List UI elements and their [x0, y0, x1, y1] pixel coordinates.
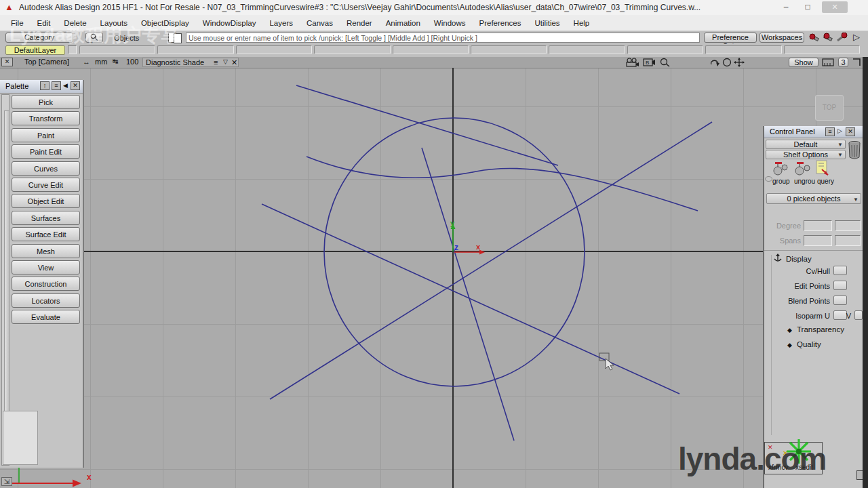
workspaces-button[interactable]: Workspaces [760, 33, 804, 43]
preference-sets-button[interactable]: Preference Sets [704, 33, 757, 43]
transparency-section[interactable]: Transparency [797, 325, 844, 333]
palette-tab[interactable]: Transform [12, 111, 80, 125]
corner-layout-icon[interactable] [852, 58, 861, 67]
layer-slot[interactable] [393, 45, 469, 54]
palette-tab[interactable]: Pick [12, 95, 80, 109]
layer-slot[interactable] [784, 45, 860, 54]
menu-item[interactable]: Layers [262, 19, 300, 27]
degree-field-v[interactable] [835, 220, 861, 231]
ungroup-tool-icon[interactable] [794, 161, 812, 176]
palette-tab[interactable]: Construction [12, 277, 80, 291]
menu-item[interactable]: Help [567, 19, 597, 27]
layer-slot[interactable] [314, 45, 390, 54]
minimize-button[interactable]: – [777, 2, 795, 12]
prompt-input[interactable] [186, 33, 700, 43]
shade-close-icon[interactable]: ✕ [231, 58, 237, 67]
wire-curve[interactable] [296, 85, 558, 165]
query-tool-icon[interactable] [815, 160, 831, 178]
menu-item[interactable]: Animation [379, 19, 427, 27]
shelf-expand-arrow-icon[interactable]: ▷ [853, 32, 860, 42]
menu-item[interactable]: Render [340, 19, 379, 27]
shelf-item-label[interactable]: group [772, 178, 790, 185]
palette-tab[interactable]: View [12, 260, 80, 274]
menu-item[interactable]: WindowDisplay [196, 19, 263, 27]
zoom-tool-icon[interactable] [659, 58, 671, 67]
palette-scrollbar-thumb[interactable] [4, 110, 9, 456]
menu-item[interactable]: Canvas [300, 19, 340, 27]
palette-collapse-icon[interactable]: ◀ [63, 82, 68, 89]
isoparm-v-checkbox[interactable] [854, 310, 863, 320]
layer-slot[interactable] [471, 45, 547, 54]
cv-hull-checkbox[interactable] [833, 266, 847, 275]
menu-item[interactable]: Utilities [528, 19, 567, 27]
layer-slot[interactable] [549, 45, 625, 54]
palette-tab[interactable]: Surface Edit [12, 227, 80, 241]
twist-view-icon[interactable] [709, 58, 720, 67]
display-section-title[interactable]: Display [786, 255, 812, 263]
palette-tab[interactable]: Surfaces [12, 211, 80, 225]
shelf-item-label[interactable]: query [817, 178, 834, 185]
transparency-collapse-icon[interactable]: ◆ [787, 327, 792, 333]
palette-resize-icon[interactable]: ↕ [40, 81, 50, 90]
palette-tab[interactable]: Evaluate [12, 310, 80, 324]
shelf-set-dropdown[interactable]: Default▼ [766, 140, 846, 149]
layer-slot[interactable] [627, 45, 703, 54]
menu-item[interactable]: Windows [427, 19, 473, 27]
pane-count-button[interactable]: 3 [838, 58, 848, 67]
wire-curve[interactable] [422, 148, 514, 441]
wire-curve[interactable] [307, 157, 698, 211]
shade-mode-label[interactable]: Diagnostic Shade [146, 58, 204, 66]
units-label[interactable]: mm [95, 58, 107, 66]
spans-field-v[interactable] [835, 235, 861, 246]
pan-icon[interactable] [734, 58, 745, 67]
tool-wrench-icon[interactable] [835, 33, 849, 43]
viewport-resize-icon[interactable]: ⇲ [1, 477, 12, 486]
layer-slot[interactable] [705, 45, 781, 54]
control-panel-menu-icon[interactable]: ≡ [825, 127, 835, 136]
wire-curve[interactable] [270, 122, 712, 399]
layer-slot[interactable] [236, 45, 312, 54]
shelf-item-label[interactable]: ungrou [794, 178, 815, 185]
close-button[interactable]: ✕ [822, 1, 848, 13]
viewport-close-icon[interactable]: ✕ [1, 58, 13, 66]
tool-shelf-icon[interactable] [808, 33, 821, 43]
degree-field-u[interactable] [804, 220, 832, 231]
movie-camera-icon[interactable] [625, 58, 640, 67]
gate-zoom-icon[interactable]: ↹ [113, 58, 118, 65]
palette-tab[interactable]: Locators [12, 293, 80, 308]
shelf-options-dropdown[interactable]: Shelf Options▼ [766, 150, 846, 159]
palette-tab[interactable]: Object Edit [12, 194, 80, 208]
units-toggle-icon[interactable]: ↔ [83, 58, 90, 66]
trash-icon[interactable] [848, 140, 862, 160]
blend-points-checkbox[interactable] [833, 296, 847, 305]
palette-tab[interactable]: Curves [12, 161, 80, 176]
quality-section[interactable]: Quality [797, 340, 821, 348]
tool-hammer-icon[interactable] [822, 33, 834, 43]
spans-field-u[interactable] [804, 235, 832, 246]
show-button[interactable]: Show [789, 58, 818, 67]
edit-points-checkbox[interactable] [833, 281, 847, 290]
shade-dropdown-icon[interactable]: ▽ [223, 58, 228, 65]
palette-menu-icon[interactable]: ≡ [52, 81, 61, 90]
circle-select-icon[interactable] [722, 58, 732, 67]
ruler-icon[interactable] [822, 58, 835, 67]
palette-tab[interactable]: Paint [12, 128, 80, 142]
palette-tab[interactable]: Paint Edit [12, 144, 80, 159]
palette-scrollbar[interactable] [1, 94, 9, 466]
curves-canvas[interactable]: y x z x [0, 68, 868, 488]
viewport-camera-label[interactable]: Top [Camera] [24, 58, 69, 66]
zoom-value[interactable]: 100 [126, 58, 138, 66]
control-panel-close-icon[interactable]: ✕ [846, 127, 855, 136]
anchor-icon[interactable] [773, 253, 783, 263]
group-tool-icon[interactable] [772, 161, 790, 176]
palette-close-icon[interactable]: ✕ [71, 81, 80, 90]
palette-tab[interactable]: Curve Edit [12, 178, 80, 192]
control-panel-expand-icon[interactable]: ▷ [837, 127, 842, 134]
palette-tab[interactable]: Mesh [12, 244, 80, 258]
shelf-radio-icon[interactable] [765, 176, 772, 182]
picked-objects-dropdown[interactable]: 0 picked objects▼ [766, 193, 861, 204]
maximize-button[interactable]: □ [799, 2, 816, 12]
quality-collapse-icon[interactable]: ◆ [787, 342, 792, 348]
shade-menu-icon[interactable]: ≡ [214, 58, 218, 66]
menu-item[interactable]: Preferences [473, 19, 528, 27]
